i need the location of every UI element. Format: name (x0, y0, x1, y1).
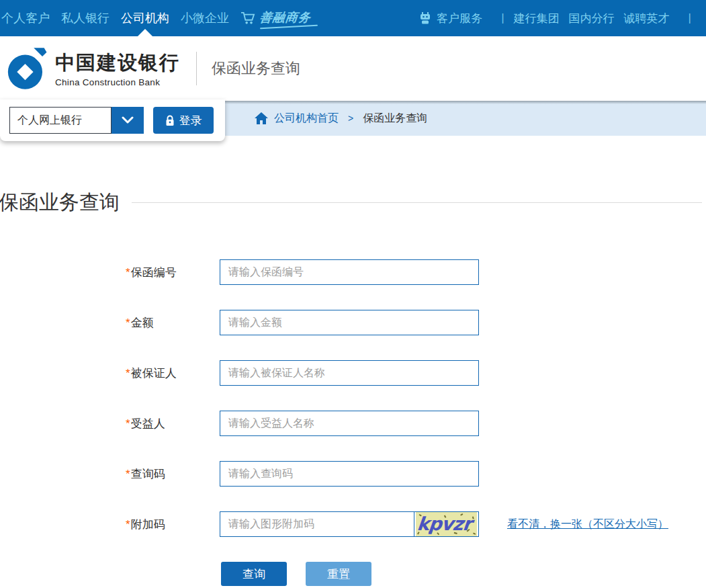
nav-item-private-banking[interactable]: 私人银行 (61, 0, 109, 36)
login-button-label: 登录 (179, 113, 202, 128)
nav-separator: | (501, 11, 504, 25)
nav-item-shanrong-mall[interactable]: 善融商务 (240, 0, 318, 36)
top-navigation: 个人客户 私人银行 公司机构 小微企业 善融商务 客户服 (0, 0, 706, 36)
beneficiary-input[interactable] (220, 411, 479, 436)
required-asterisk: * (126, 468, 130, 480)
guarantee-number-input[interactable] (220, 259, 479, 285)
captcha-input[interactable] (220, 511, 414, 537)
form-row-captcha: *附加码 kpvzr 看不清，换一张（不区 (0, 511, 706, 537)
captcha-image[interactable]: kpvzr (414, 511, 479, 537)
nav-item-label: 善融商务 (259, 9, 319, 26)
ccb-logo-icon (5, 47, 48, 90)
required-asterisk: * (126, 367, 130, 380)
field-label: *保函编号 (126, 265, 220, 280)
header-subtitle: 保函业务查询 (212, 58, 300, 79)
form-row-beneficiary: *受益人 (0, 411, 706, 436)
amount-input[interactable] (220, 310, 479, 335)
home-icon[interactable] (254, 112, 269, 125)
query-button[interactable]: 查询 (221, 562, 287, 586)
field-label: *受益人 (126, 416, 220, 431)
field-label: *附加码 (126, 517, 220, 532)
breadcrumb-separator: > (348, 113, 353, 124)
chevron-down-icon[interactable] (112, 107, 144, 134)
guaranteed-party-input[interactable] (220, 360, 479, 386)
required-asterisk: * (126, 518, 130, 531)
form-row-guarantee-number: *保函编号 (0, 259, 706, 285)
login-panel: 个人网上银行 登录 (0, 99, 225, 141)
breadcrumb-current: 保函业务查询 (363, 112, 427, 126)
required-asterisk: * (126, 266, 130, 279)
field-label-text: 被保证人 (131, 367, 177, 380)
form-buttons: 查询 重置 (0, 562, 706, 586)
header-divider (196, 52, 197, 85)
lock-icon (165, 115, 175, 126)
robot-icon (418, 11, 432, 25)
field-label: *查询码 (126, 466, 220, 482)
bank-name-en: China Construction Bank (55, 77, 180, 87)
field-label-text: 金额 (131, 317, 154, 329)
nav-link-customer-service[interactable]: 客户服务 (437, 11, 482, 26)
guarantee-query-form: *保函编号 *金额 *被保证人 *受益人 *查询码 (0, 259, 706, 586)
main-content: 保函业务查询 *保函编号 *金额 *被保证人 *受益人 (0, 136, 706, 586)
captcha-refresh-link[interactable]: 看不清，换一张（不区分大小写） (507, 517, 668, 532)
captcha-text: kpvzr (416, 513, 476, 535)
required-asterisk: * (126, 417, 130, 430)
nav-link-domestic-branches[interactable]: 国内分行 (569, 11, 615, 26)
field-label-text: 受益人 (131, 417, 165, 430)
nav-item-small-business[interactable]: 小微企业 (181, 0, 229, 36)
required-asterisk: * (126, 317, 130, 329)
form-row-amount: *金额 (0, 310, 706, 335)
cart-icon (240, 11, 255, 25)
query-code-input[interactable] (220, 461, 479, 487)
field-label-text: 查询码 (131, 468, 165, 480)
form-row-guaranteed-party: *被保证人 (0, 360, 706, 386)
bank-name-zh: 中国建设银行 (55, 50, 180, 77)
page-title: 保函业务查询 (0, 188, 120, 216)
breadcrumb-home-link[interactable]: 公司机构首页 (274, 112, 339, 126)
login-button[interactable]: 登录 (153, 107, 214, 134)
field-label-text: 保函编号 (131, 266, 177, 279)
title-divider-line (132, 202, 702, 203)
nav-separator: | (689, 11, 691, 25)
field-label: *被保证人 (126, 366, 220, 381)
nav-right-links: 客户服务 | 建行集团 国内分行 诚聘英才 | (418, 11, 701, 26)
nav-item-corporate[interactable]: 公司机构 (121, 0, 169, 36)
field-label-text: 附加码 (131, 518, 165, 531)
nav-item-personal[interactable]: 个人客户 (1, 0, 50, 36)
channel-select-value: 个人网上银行 (9, 107, 112, 134)
channel-select[interactable]: 个人网上银行 (9, 107, 144, 134)
field-label: *金额 (126, 315, 220, 331)
nav-link-ccb-group[interactable]: 建行集团 (514, 11, 560, 26)
reset-button[interactable]: 重置 (306, 562, 371, 586)
bank-name: 中国建设银行 China Construction Bank (55, 50, 180, 87)
page-header: 中国建设银行 China Construction Bank 保函业务查询 (0, 36, 706, 101)
nav-link-careers[interactable]: 诚聘英才 (624, 11, 670, 26)
form-row-query-code: *查询码 (0, 461, 706, 487)
